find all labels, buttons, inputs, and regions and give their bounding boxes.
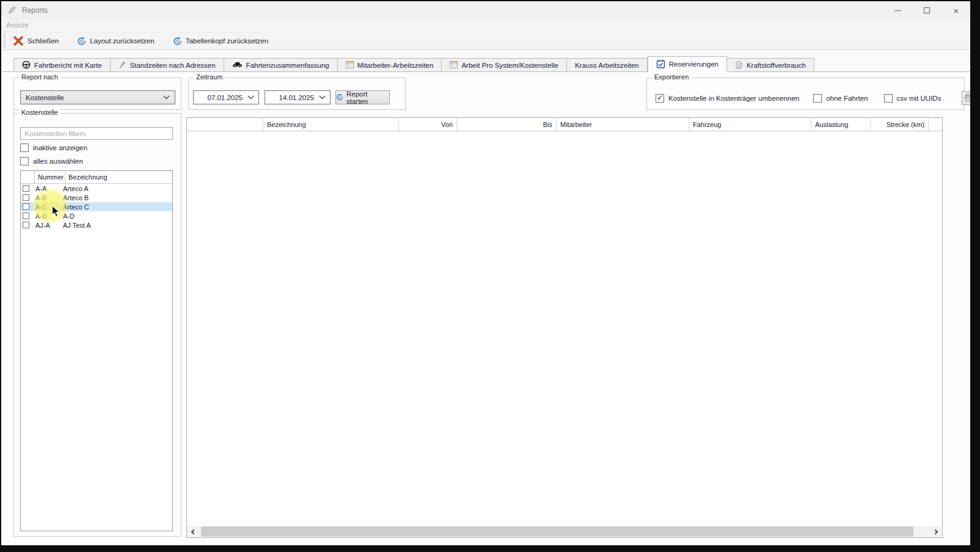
reports-window: Reports × Ansicht Schließen Layout zurüc…: [1, 1, 970, 545]
checkbox-label: csv mit UUIDs: [897, 95, 942, 102]
checkbox-kostentraeger-umbenennen[interactable]: [656, 94, 664, 103]
calendar-check-icon: [656, 59, 665, 70]
checkbox-alles-auswaehlen[interactable]: [20, 157, 29, 165]
close-icon[interactable]: ×: [951, 5, 962, 16]
menu-ansicht[interactable]: Ansicht: [6, 21, 28, 29]
tab-kraftstoffverbrauch[interactable]: Kraftstoffverbrauch: [727, 58, 814, 72]
tab-panel-reservierungen: Report nach Kostenstelle Zeitraum 07.01.…: [1, 72, 970, 545]
list-item-highlighted[interactable]: A-C Arteco C: [21, 202, 172, 211]
schliessen-label: Schließen: [27, 37, 59, 45]
scrollbar-thumb[interactable]: [201, 526, 913, 537]
list-item[interactable]: A-D A-D: [21, 211, 172, 220]
print-button[interactable]: [962, 91, 970, 105]
checkbox-inaktive-anzeigen[interactable]: [20, 143, 29, 152]
checkbox-label: ohne Fahrten: [826, 95, 868, 102]
tab-strip: Fahrtbericht mit Karte Standzeiten nach …: [13, 57, 814, 72]
cell-bezeichnung: Arteco A: [60, 185, 172, 192]
report-nach-dropdown[interactable]: Kostenstelle: [20, 90, 175, 104]
kostenstellen-filter-input[interactable]: [20, 127, 173, 140]
report-starten-button[interactable]: Report starten: [335, 90, 390, 104]
tab-fahrtbericht-mit-karte[interactable]: Fahrtbericht mit Karte: [13, 58, 111, 72]
tab-mitarbeiter-arbeitszeiten[interactable]: Mitarbeiter-Arbeitszeiten: [338, 58, 442, 72]
tabellenkopf-reset-label: Tabellenkopf zurücksetzen: [186, 37, 269, 45]
tab-label: Mitarbeiter-Arbeitszeiten: [357, 62, 434, 69]
grid-column-von[interactable]: Von: [399, 118, 457, 131]
maximize-icon[interactable]: [921, 5, 932, 16]
toolbar-grip[interactable]: [4, 34, 5, 48]
grid-column-bis[interactable]: Bis: [457, 118, 557, 131]
grid-column-fahrzeug[interactable]: Fahrzeug: [689, 118, 811, 131]
report-nach-selected-value: Kostenstelle: [26, 94, 64, 101]
cell-bezeichnung: A-D: [60, 212, 172, 220]
cell-nummer: A-C: [29, 203, 60, 211]
checkbox-label: Kostenstelle in Kostenträger umbenennen: [668, 95, 799, 102]
row-checkbox[interactable]: [23, 212, 29, 219]
blue-refresh-icon: [173, 37, 182, 46]
grid-column-mitarbeiter[interactable]: Mitarbeiter: [557, 118, 689, 131]
print-icon: [964, 93, 970, 103]
grid-header: Bezeichnung Von Bis Mitarbeiter Fahrzeug…: [187, 118, 942, 131]
timesheet-icon: [450, 61, 458, 70]
row-checkbox[interactable]: [23, 185, 29, 192]
flag-icon: [119, 60, 126, 70]
date-to-value: 14.01.2025: [279, 94, 314, 101]
scroll-left-icon[interactable]: [188, 526, 199, 537]
checkbox-csv-mit-uuids[interactable]: [884, 94, 893, 103]
app-icon: [7, 5, 16, 17]
date-to-picker[interactable]: 14.01.2025: [265, 90, 331, 104]
row-checkbox[interactable]: [23, 194, 29, 201]
zeitraum-label: Zeitraum: [194, 73, 225, 81]
grid-column-auslastung[interactable]: Auslastung: [811, 118, 871, 131]
tab-label: Arbeit Pro System/Kostenstelle: [461, 62, 558, 69]
exportieren-label: Exportieren: [652, 73, 691, 81]
grid-column-strecke[interactable]: Strecke (km): [871, 118, 929, 131]
cell-nummer: A-B: [29, 194, 60, 202]
cell-nummer: A-D: [29, 212, 60, 220]
report-nach-group: Report nach Kostenstelle: [13, 78, 181, 110]
tabellenkopf-reset-button[interactable]: Tabellenkopf zurücksetzen: [169, 35, 275, 48]
menu-bar: Ansicht: [1, 20, 970, 32]
tab-label: Standzeiten nach Adressen: [130, 62, 216, 69]
scroll-right-icon[interactable]: [931, 526, 942, 537]
column-header-nummer[interactable]: Nummer: [35, 171, 65, 183]
schliessen-button[interactable]: Schließen: [9, 34, 65, 48]
kostenstelle-label: Kostenstelle: [19, 109, 60, 116]
layout-reset-button[interactable]: Layout zurücksetzen: [73, 35, 160, 48]
list-item[interactable]: AJ-A AJ Test A: [21, 220, 172, 230]
date-from-picker[interactable]: 07.01.2025: [193, 90, 259, 104]
chevron-down-icon: [319, 95, 326, 100]
tab-reservierungen[interactable]: Reservierungen: [648, 56, 727, 72]
column-header-bezeichnung[interactable]: Bezeichnung: [65, 173, 172, 181]
tab-standzeiten-nach-adressen[interactable]: Standzeiten nach Adressen: [111, 58, 224, 72]
red-x-icon: [13, 35, 24, 46]
cell-nummer: A-A: [29, 185, 60, 192]
tab-fahrtenzusammenfassung[interactable]: Fahrtenzusammenfassung: [224, 58, 338, 72]
grid-column-bezeichnung[interactable]: Bezeichnung: [263, 118, 399, 131]
row-checkbox[interactable]: [23, 203, 29, 210]
cell-bezeichnung: Arteco C: [60, 203, 172, 211]
kostenstelle-group: Kostenstelle inaktive anzeigen alles aus…: [13, 113, 181, 537]
tab-krauss-arbeitszeiten[interactable]: Krauss Arbeitszeiten: [567, 58, 648, 72]
cell-bezeichnung: AJ Test A: [60, 222, 172, 229]
list-item[interactable]: A-A Arteco A: [21, 184, 172, 193]
tab-arbeit-pro-system-kostenstelle[interactable]: Arbeit Pro System/Kostenstelle: [442, 58, 567, 72]
list-header: Nummer Bezeichnung: [21, 171, 172, 184]
chevron-down-icon: [163, 95, 170, 100]
horizontal-scrollbar[interactable]: [188, 526, 942, 537]
grid-column-filler: [929, 118, 942, 131]
kostenstellen-list: Nummer Bezeichnung A-A Arteco A A-B Arte…: [20, 170, 173, 531]
cell-bezeichnung: Arteco B: [60, 194, 172, 202]
minimize-icon[interactable]: [892, 5, 903, 16]
car-icon: [232, 61, 243, 70]
screen-background: Reports × Ansicht Schließen Layout zurüc…: [0, 0, 980, 552]
title-bar: Reports ×: [1, 1, 970, 20]
chevron-down-icon: [247, 95, 254, 100]
window-title: Reports: [22, 6, 48, 15]
checkbox-label: inaktive anzeigen: [33, 144, 87, 151]
tab-label: Fahrtenzusammenfassung: [246, 62, 329, 69]
zeitraum-group: Zeitraum 07.01.2025 14.01.2025 Report st…: [188, 78, 406, 110]
row-checkbox[interactable]: [23, 222, 29, 228]
list-item[interactable]: A-B Arteco B: [21, 193, 172, 202]
grid-column-indicator[interactable]: [187, 118, 263, 131]
checkbox-ohne-fahrten[interactable]: [813, 94, 822, 103]
